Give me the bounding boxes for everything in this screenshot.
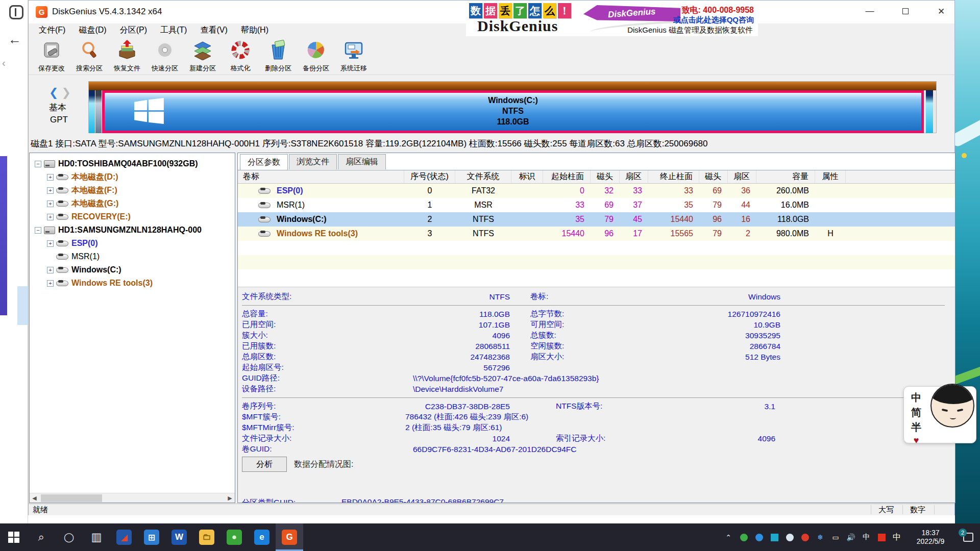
app-green-taskbar-button[interactable]: ● <box>220 523 248 551</box>
scrollbar-thumb[interactable] <box>41 494 102 502</box>
ime-char-zhong[interactable]: 中 <box>911 391 921 405</box>
analyze-button[interactable]: 分析 <box>242 457 287 472</box>
tray-teal-button[interactable] <box>767 526 782 548</box>
tree-item-esp-0-[interactable]: +ESP(0) <box>30 237 235 250</box>
scroll-left-icon[interactable]: ◀ <box>30 493 39 503</box>
toolbar-button-quick[interactable]: 快速分区 <box>146 37 184 74</box>
expand-icon[interactable]: + <box>47 267 54 273</box>
app-spark-taskbar-button[interactable]: ◢ <box>110 523 138 551</box>
ime-char-jian[interactable]: 简 <box>911 406 921 419</box>
toolbar-button-format[interactable]: 格式化 <box>222 37 259 74</box>
column-header-10[interactable]: 容量 <box>756 170 815 183</box>
partition-sliver-msr[interactable] <box>95 90 102 133</box>
ime-indicator-button[interactable]: 中 <box>889 526 904 548</box>
partition-sliver-esp[interactable] <box>89 90 95 133</box>
column-header-1[interactable]: 序号(状态) <box>404 170 455 183</box>
partition-sliver-re-tools[interactable] <box>926 90 933 133</box>
column-header-4[interactable]: 起始柱面 <box>543 170 591 183</box>
tree-item-msr-1-[interactable]: MSR(1) <box>30 250 235 263</box>
toolbar-button-backup[interactable]: 备份分区 <box>297 37 335 74</box>
collapse-icon[interactable]: − <box>35 161 41 167</box>
maximize-button[interactable] <box>891 1 920 22</box>
tray-expand-button[interactable]: ⌃ <box>721 526 736 548</box>
app-edge-taskbar-button[interactable]: e <box>248 523 276 551</box>
tree-horizontal-scrollbar[interactable]: ◀ ▶ <box>30 493 235 503</box>
heart-icon[interactable]: ♥ <box>914 435 919 446</box>
toolbar-button-save[interactable]: 保存更改 <box>33 37 70 74</box>
expand-icon[interactable]: + <box>47 201 54 207</box>
tray-lang-button[interactable]: 中 <box>859 526 874 548</box>
column-header-3[interactable]: 标识 <box>511 170 543 183</box>
expand-icon[interactable]: + <box>47 174 54 181</box>
start-button[interactable] <box>0 523 28 551</box>
column-header-6[interactable]: 扇区 <box>620 170 648 183</box>
tree-item-windows-re-tools-3-[interactable]: +Windows RE tools(3) <box>30 277 235 290</box>
expand-icon[interactable]: + <box>47 214 54 220</box>
back-arrow-icon[interactable]: ← <box>8 32 21 47</box>
menu-item-3[interactable]: 工具(T) <box>160 25 187 36</box>
toolbar-button-new[interactable]: 新建分区 <box>184 37 222 74</box>
toolbar-button-migrate[interactable]: 系统迁移 <box>335 37 373 74</box>
table-row[interactable]: MSR(1)1MSR33693735794416.0MB <box>238 198 955 212</box>
expand-icon[interactable]: + <box>47 240 54 247</box>
app-word-taskbar-button[interactable]: W <box>165 523 193 551</box>
tray-green-button[interactable] <box>736 526 751 548</box>
menu-item-0[interactable]: 文件(F) <box>39 25 65 36</box>
partition-block-windows-c[interactable]: Windows(C:) NTFS 118.0GB <box>102 90 924 133</box>
toolbar-button-recover[interactable]: 恢复文件 <box>108 37 146 74</box>
app-store-taskbar-button[interactable]: ⊞ <box>138 523 165 551</box>
tree-item--d-[interactable]: +本地磁盘(D:) <box>30 170 235 184</box>
column-header-2[interactable]: 文件系统 <box>455 170 511 183</box>
tab-1[interactable]: 浏览文件 <box>289 154 337 169</box>
taskbar-search-button[interactable]: ⌕ <box>28 523 55 551</box>
next-disk-icon[interactable]: ❯ <box>61 86 70 99</box>
ime-char-ban[interactable]: 半 <box>911 420 921 434</box>
expand-icon[interactable]: + <box>47 280 54 287</box>
column-header-11[interactable]: 属性 <box>815 170 846 183</box>
taskbar-clock[interactable]: 18:37 2022/5/9 <box>909 529 952 546</box>
close-button[interactable]: ✕ <box>927 1 955 22</box>
tree-item-recovery-e-[interactable]: +RECOVERY(E:) <box>30 210 235 223</box>
tray-snow-button[interactable]: ❄ <box>813 526 828 548</box>
toolbar-button-search[interactable]: 搜索分区 <box>70 37 108 74</box>
tray-blue-button[interactable] <box>751 526 767 548</box>
tray-qq-button[interactable] <box>782 526 797 548</box>
table-empty-row[interactable] <box>238 241 955 255</box>
tree-item--g-[interactable]: +本地磁盘(G:) <box>30 197 235 210</box>
expand-icon[interactable]: + <box>47 187 54 194</box>
menu-item-5[interactable]: 帮助(H) <box>241 25 268 36</box>
column-header-8[interactable]: 磁头 <box>699 170 728 183</box>
table-empty-row[interactable] <box>238 269 955 284</box>
prev-disk-icon[interactable]: ❮ <box>49 86 58 99</box>
banner-qq-link[interactable]: 或点击此处选择QQ咨询 <box>673 15 754 25</box>
tree-item-hd0-toshibamq04abf100-932gb-[interactable]: −HD0:TOSHIBAMQ04ABF100(932GB) <box>30 157 235 170</box>
table-row[interactable]: ESP(0)0FAT3203233336936260.0MB <box>238 184 955 198</box>
minimize-button[interactable]: — <box>855 1 884 22</box>
menu-item-4[interactable]: 查看(V) <box>200 25 227 36</box>
toolbar-button-delete[interactable]: 删除分区 <box>259 37 297 74</box>
column-header-0[interactable]: 卷标 <box>238 170 404 183</box>
ad-banner[interactable]: 数据丢了怎么！ DiskGenius DiskGenius 致电: 400-00… <box>466 1 758 36</box>
table-empty-row[interactable] <box>238 255 955 269</box>
tray-sogou-button[interactable] <box>874 526 889 548</box>
cortana-button[interactable]: ◯ <box>55 523 83 551</box>
table-row[interactable]: Windows RE tools(3)3NTFS1544096171556579… <box>238 227 955 241</box>
menu-item-1[interactable]: 磁盘(D) <box>79 25 106 36</box>
tab-0[interactable]: 分区参数 <box>240 154 288 170</box>
tree-item-windows-c-[interactable]: +Windows(C:) <box>30 263 235 277</box>
scroll-right-icon[interactable]: ▶ <box>225 493 235 503</box>
column-header-7[interactable]: 终止柱面 <box>648 170 699 183</box>
column-header-5[interactable]: 磁头 <box>591 170 620 183</box>
ime-status-panel[interactable]: 中 简 半 ♥ <box>903 386 976 443</box>
tray-volume-button[interactable]: 🔊 <box>843 526 859 548</box>
chevron-left-icon[interactable]: ‹ <box>2 57 6 69</box>
tree-item--f-[interactable]: +本地磁盘(F:) <box>30 184 235 197</box>
task-view-button[interactable]: ▥ <box>83 523 110 551</box>
app-diskgenius-taskbar-button[interactable]: G <box>276 523 303 551</box>
app-explorer-taskbar-button[interactable]: 🗀 <box>193 523 220 551</box>
tab-2[interactable]: 扇区编辑 <box>338 154 386 169</box>
tray-battery-button[interactable]: ▭ <box>828 526 843 548</box>
menu-item-2[interactable]: 分区(P) <box>120 25 147 36</box>
action-center-button[interactable]: 2 <box>957 523 980 551</box>
table-row[interactable]: Windows(C:)2NTFS357945154409616118.0GB <box>238 212 955 227</box>
